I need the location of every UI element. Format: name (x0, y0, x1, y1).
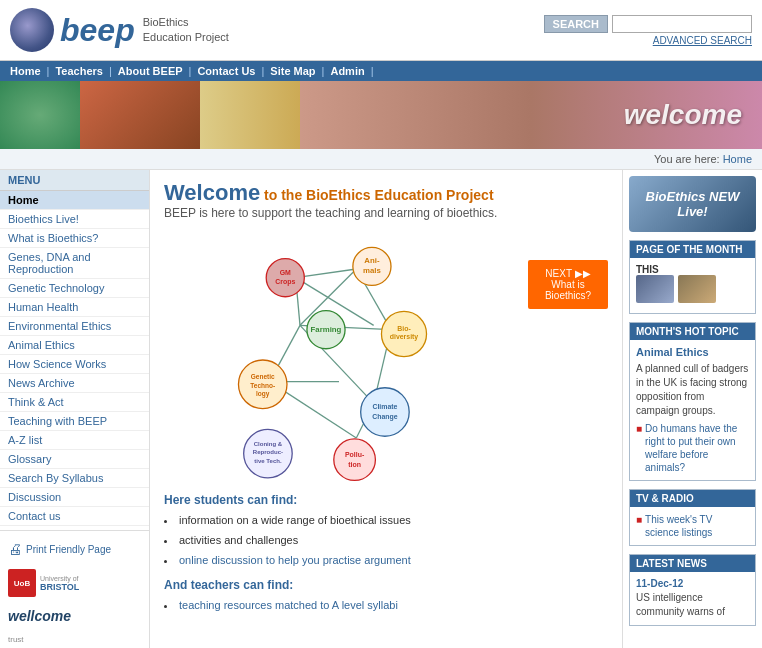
sidebar-item-what-is-bioethics[interactable]: What is Bioethics? (0, 229, 149, 248)
sidebar-item-env-ethics[interactable]: Environmental Ethics (0, 317, 149, 336)
hot-topic-link[interactable]: ■ Do humans have the right to put their … (636, 422, 749, 474)
breadcrumb: You are here: Home (0, 149, 762, 170)
sidebar-item-home[interactable]: Home (0, 191, 149, 210)
sidebar-item-contact-us[interactable]: Contact us (0, 507, 149, 526)
latest-news-date: 11-Dec-12 (636, 578, 749, 589)
svg-text:Reproduc-: Reproduc- (253, 449, 283, 455)
page-of-month-body: THIS (630, 258, 755, 313)
svg-text:Ani-: Ani- (364, 256, 380, 265)
breadcrumb-label: You are here: (654, 153, 720, 165)
sidebar-footer: 🖨 Print Friendly Page UoB University of … (0, 530, 149, 648)
sidebar-item-teaching-beep[interactable]: Teaching with BEEP (0, 412, 149, 431)
sidebar-item-animal-ethics[interactable]: Animal Ethics (0, 336, 149, 355)
breadcrumb-home[interactable]: Home (723, 153, 752, 165)
info-section: Here students can find: information on a… (164, 493, 608, 616)
next-button[interactable]: NEXT ▶▶ What is Bioethics? (528, 260, 608, 309)
svg-point-34 (334, 439, 376, 481)
banner-seg3 (200, 81, 300, 149)
advanced-search-link[interactable]: ADVANCED SEARCH (653, 35, 752, 46)
next-area: NEXT ▶▶ What is Bioethics? (528, 250, 608, 309)
tv-icon: ■ (636, 513, 642, 526)
main-content: Welcome to the BioEthics Education Proje… (150, 170, 622, 648)
sidebar-item-think-act[interactable]: Think & Act (0, 393, 149, 412)
right-sidebar: BioEthics NEW Live! PAGE OF THE MONTH TH… (622, 170, 762, 648)
nav-teachers[interactable]: Teachers (55, 65, 103, 77)
sidebar-item-news-archive[interactable]: News Archive (0, 374, 149, 393)
svg-text:mals: mals (363, 266, 381, 275)
search-input[interactable] (612, 15, 752, 33)
content-subtitle: BEEP is here to support the teaching and… (164, 206, 608, 220)
svg-text:Cloning &: Cloning & (254, 441, 283, 447)
diagram-container: GM Crops Ani- mals Farming Bio- diversit… (164, 230, 514, 493)
university-bristol-logo: UoB University of BRISTOL (8, 569, 141, 597)
sidebar-item-genetic-tech[interactable]: Genetic Technology (0, 279, 149, 298)
sidebar-item-how-science[interactable]: How Science Works (0, 355, 149, 374)
page-thumb-row (636, 275, 749, 303)
svg-text:tive Tech.: tive Tech. (254, 458, 282, 464)
nav-admin[interactable]: Admin (330, 65, 364, 77)
nav-about[interactable]: About BEEP (118, 65, 183, 77)
wellcome-trust-logo: wellcome trust (8, 605, 141, 647)
printer-icon: 🖨 (8, 541, 22, 557)
svg-text:diversity: diversity (390, 333, 419, 341)
nav-sitemap[interactable]: Site Map (270, 65, 315, 77)
teachers-list: teaching resources matched to A level sy… (164, 596, 608, 616)
banner: welcome (0, 81, 762, 149)
banner-seg1 (0, 81, 80, 149)
search-button[interactable]: SEARCH (544, 15, 608, 33)
latest-news-body: 11-Dec-12 US intelligence community warn… (630, 572, 755, 625)
sidebar-menu-label: MENU (0, 170, 149, 191)
teachers-item-1: teaching resources matched to A level sy… (164, 596, 608, 616)
sidebar-item-genes-dna[interactable]: Genes, DNA and Reproduction (0, 248, 149, 279)
sidebar-item-bioethics-live[interactable]: Bioethics Live! (0, 210, 149, 229)
print-friendly-link[interactable]: 🖨 Print Friendly Page (8, 541, 141, 557)
page-of-month-header: PAGE OF THE MONTH (630, 241, 755, 258)
sidebar-item-glossary[interactable]: Glossary (0, 450, 149, 469)
hot-topic-title: Animal Ethics (636, 346, 749, 358)
hot-topic-text: A planned cull of badgers in the UK is f… (636, 362, 749, 418)
bristol-icon: UoB (8, 569, 36, 597)
students-item-3: online discussion to help you practise a… (164, 551, 608, 571)
svg-text:Change: Change (372, 413, 398, 421)
search-row: SEARCH (544, 15, 752, 33)
sidebar-item-discussion[interactable]: Discussion (0, 488, 149, 507)
svg-text:Climate: Climate (372, 403, 397, 410)
tv-radio-header: TV & RADIO (630, 490, 755, 507)
tv-radio-body: ■ This week's TV science listings (630, 507, 755, 545)
header: beep BioEthics Education Project SEARCH … (0, 0, 762, 61)
search-area: SEARCH ADVANCED SEARCH (544, 15, 752, 46)
tv-radio-box: TV & RADIO ■ This week's TV science list… (629, 489, 756, 546)
latest-news-text: US intelligence community warns of (636, 591, 749, 619)
page-of-month-box: PAGE OF THE MONTH THIS (629, 240, 756, 314)
teaching-resources-link[interactable]: teaching resources matched to A level sy… (179, 599, 398, 611)
tv-radio-link[interactable]: ■ This week's TV science listings (636, 513, 749, 539)
main-layout: MENU Home Bioethics Live! What is Bioeth… (0, 170, 762, 648)
banner-seg2 (80, 81, 200, 149)
nav-home[interactable]: Home (10, 65, 41, 77)
sidebar: MENU Home Bioethics Live! What is Bioeth… (0, 170, 150, 648)
bioethics-live-text: BioEthics NEW Live! (635, 189, 750, 219)
logo-area: beep BioEthics Education Project (10, 8, 544, 52)
sidebar-item-human-health[interactable]: Human Health (0, 298, 149, 317)
svg-text:tion: tion (348, 461, 361, 468)
logo-icon (10, 8, 54, 52)
this-label: THIS (636, 264, 749, 275)
students-item-1: information on a wide range of bioethica… (164, 511, 608, 531)
svg-text:logy: logy (256, 390, 270, 398)
nav-contact[interactable]: Contact Us (197, 65, 255, 77)
svg-text:Pollu-: Pollu- (345, 451, 365, 458)
sidebar-item-search-syllabus[interactable]: Search By Syllabus (0, 469, 149, 488)
page-thumbnail-1 (636, 275, 674, 303)
hot-topic-box: MONTH'S HOT TOPIC Animal Ethics A planne… (629, 322, 756, 481)
latest-news-box: LATEST NEWS 11-Dec-12 US intelligence co… (629, 554, 756, 626)
logo-text[interactable]: beep (60, 12, 135, 49)
students-heading: Here students can find: (164, 493, 608, 507)
logo-subtitle: BioEthics Education Project (143, 15, 229, 46)
sidebar-item-az-list[interactable]: A-Z list (0, 431, 149, 450)
svg-text:Bio-: Bio- (397, 325, 411, 332)
online-discussion-link[interactable]: online discussion to help you practise a… (179, 554, 411, 566)
bioethics-live-banner[interactable]: BioEthics NEW Live! (629, 176, 756, 232)
svg-text:Farming: Farming (311, 325, 342, 334)
content-header: Welcome to the BioEthics Education Proje… (164, 180, 608, 220)
svg-point-27 (361, 388, 410, 437)
